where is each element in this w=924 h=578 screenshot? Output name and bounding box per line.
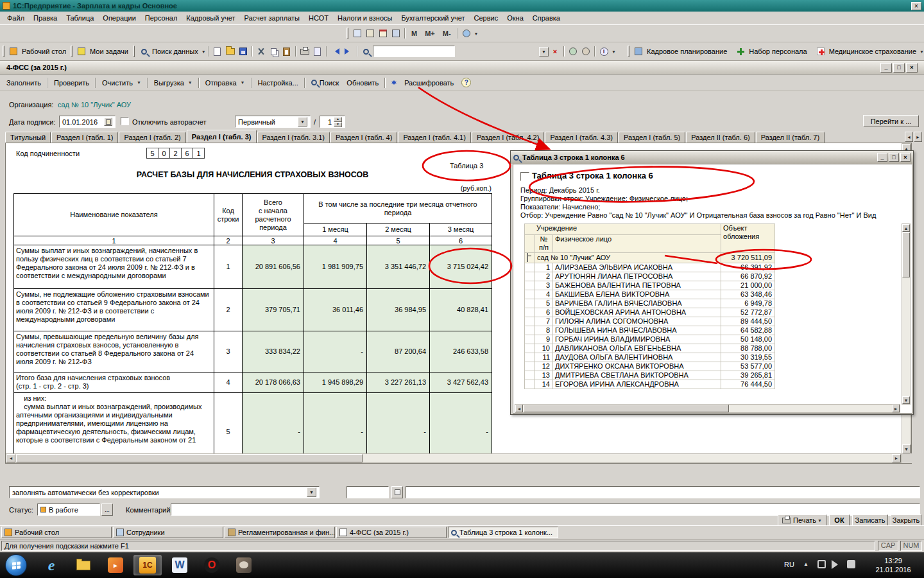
fill-button[interactable]: Заполнить <box>3 76 45 89</box>
row-month1-value[interactable]: 1 945 898,29 <box>304 372 367 393</box>
person-row[interactable]: 8 ГОЛЫШЕВА НИНА ВЯЧЕСЛАВОВНА 64 582,88 <box>525 326 775 335</box>
row-month1-value[interactable]: 36 011,46 <box>304 289 367 331</box>
person-value[interactable]: 39 265,81 <box>721 371 775 380</box>
code-digit-cell[interactable]: 1 <box>193 148 205 159</box>
search-dropdown-icon[interactable]: ▼ <box>539 47 549 57</box>
calendar-icon[interactable] <box>377 27 389 40</box>
memory-plus-button[interactable]: М+ <box>421 28 439 40</box>
window-close-button[interactable]: × <box>906 63 918 73</box>
clear-button[interactable]: Очистить▼ <box>98 76 145 89</box>
row-month3-value[interactable]: 40 828,41 <box>430 289 492 331</box>
popup-horizontal-scrollbar[interactable]: ◄ ► <box>515 404 900 413</box>
medical-insurance-button[interactable]: Медицинское страхование <box>827 48 918 55</box>
person-row[interactable]: 14 ЕГОРОВА ИРИНА АЛЕКСАНДРОВНА 76 444,50 <box>525 380 775 389</box>
calendar-icon[interactable] <box>104 118 112 126</box>
menu-item[interactable]: Кадровый учет <box>182 12 239 24</box>
popup-vertical-scrollbar[interactable]: ▲ ▼ <box>902 223 911 405</box>
popup-close-button[interactable]: × <box>900 153 911 162</box>
decode-button[interactable]: Расшифровать <box>400 76 458 89</box>
app-close-button[interactable]: × <box>911 2 921 10</box>
upload-button[interactable]: Выгрузка▼ <box>150 76 196 89</box>
menu-item[interactable]: Окна <box>502 12 528 24</box>
report-tab[interactable]: Раздел I (табл. 1) <box>51 132 118 143</box>
person-row[interactable]: 10 ДАВЛИКАНОВА ОЛЬГА ЕВГЕНЬЕВНА 88 788,0… <box>525 344 775 353</box>
chevron-down-icon[interactable]: ▼ <box>201 49 206 54</box>
ok-button[interactable]: ОК <box>829 514 850 526</box>
row-month3-value[interactable]: 3 427 562,43 <box>430 372 492 393</box>
person-row[interactable]: 5 ВАРИЧЕВА ГАЛИНА ВЯЧЕСЛАВОВНА 6 949,78 <box>525 299 775 308</box>
report-tab[interactable]: Раздел I (табл. 4.2) <box>472 132 545 143</box>
report-tab[interactable]: Раздел I (табл. 4.3) <box>545 132 618 143</box>
report-tab[interactable]: Раздел I (табл. 4) <box>330 132 397 143</box>
menu-item[interactable]: Сервис <box>470 12 503 24</box>
person-row[interactable]: 4 БАКШИЕВА ЕЛЕНА ВИКТОРОВНА 63 348,46 <box>525 290 775 299</box>
status-combo[interactable]: В работе <box>37 504 100 516</box>
taskbar-media-player-icon[interactable]: ► <box>101 555 130 575</box>
grid-picker-icon[interactable] <box>391 486 403 498</box>
taskbar-opera-icon[interactable]: O <box>198 555 226 575</box>
revision-stepper[interactable]: 1 ▲ ▼ <box>320 116 345 128</box>
scrollbar-thumb[interactable] <box>902 232 910 277</box>
sort-icon[interactable] <box>388 76 400 89</box>
hr-planning-button[interactable]: Кадровое планирование <box>645 48 729 55</box>
new-document-icon[interactable] <box>211 45 224 58</box>
code-digit-cell[interactable]: 5 <box>146 148 158 159</box>
person-value[interactable]: 76 444,50 <box>721 380 775 389</box>
person-row[interactable]: 6 ВОЙЦЕХОВСКАЯ АРИНА АНТОНОВНА 52 772,87 <box>525 308 775 317</box>
person-value[interactable]: 50 148,00 <box>721 335 775 344</box>
person-value[interactable]: 89 444,50 <box>721 317 775 326</box>
organization-value[interactable]: сад № 10 "Лучик" АОУ <box>58 101 131 109</box>
menu-item[interactable]: Файл <box>3 12 29 24</box>
row-month1-value[interactable]: - <box>304 331 367 372</box>
row-month3-value[interactable]: 246 633,58 <box>430 331 492 372</box>
toolbar-grip[interactable] <box>628 46 629 57</box>
goto-button[interactable]: Перейти к ... <box>863 115 919 127</box>
scrollbar-thumb[interactable] <box>524 405 729 412</box>
person-value[interactable]: 88 788,00 <box>721 344 775 353</box>
print-preview-icon[interactable] <box>311 45 324 58</box>
report-tab[interactable]: Раздел I (табл. 2) <box>119 132 185 143</box>
undo-icon[interactable] <box>329 45 342 58</box>
person-value[interactable]: 66 391,92 <box>721 263 775 272</box>
cut-icon[interactable] <box>255 45 268 58</box>
person-value[interactable]: 6 949,78 <box>721 299 775 308</box>
check-button[interactable]: Проверить <box>50 76 93 89</box>
report-tab[interactable]: Титульный <box>5 132 51 143</box>
grid-icon[interactable] <box>364 27 377 40</box>
save-icon[interactable] <box>237 45 250 58</box>
help-icon[interactable]: ? <box>461 78 471 87</box>
refresh-icon[interactable] <box>567 45 579 58</box>
person-value[interactable]: 53 577,00 <box>721 362 775 371</box>
person-row[interactable]: 1 АЛИРЗАЕВА ЭЛЬВИРА ИСАКОВНА 66 391,92 <box>525 263 775 272</box>
sheet-horizontal-scrollbar[interactable]: ◄ ► <box>6 453 902 463</box>
menu-item[interactable]: НСОТ <box>304 12 333 24</box>
group-total-value[interactable]: 3 720 511,09 <box>721 253 775 263</box>
person-value[interactable]: 64 582,88 <box>721 326 775 335</box>
paste-icon[interactable] <box>280 45 293 58</box>
menu-item[interactable]: Налоги и взносы <box>333 12 397 24</box>
report-tab[interactable]: Раздел I (табл. 3) <box>187 130 257 143</box>
taskbar-explorer-icon[interactable] <box>69 555 98 575</box>
desktop-button[interactable]: Рабочий стол <box>20 48 68 55</box>
row-month2-value[interactable]: 3 227 261,13 <box>367 372 430 393</box>
menu-item[interactable]: Правка <box>29 12 62 24</box>
person-row[interactable]: 13 ДМИТРИЕВА СВЕТЛАНА ВИКТОРОВНА 39 265,… <box>525 371 775 380</box>
person-row[interactable]: 12 ДИХТЯРЕНКО ОКСАНА ВИКТОРОВНА 53 577,0… <box>525 362 775 371</box>
scrollbar-thumb[interactable] <box>16 454 363 462</box>
status-more-button[interactable]: ... <box>101 504 113 516</box>
close-button[interactable]: Закрыть <box>891 514 921 526</box>
recruiting-button[interactable]: Набор персонала <box>747 48 809 55</box>
row-total-value[interactable]: 333 834,22 <box>243 331 304 372</box>
print-button[interactable]: Печать ▼ <box>778 514 826 526</box>
taskbar-ie-icon[interactable]: e <box>37 555 65 575</box>
my-tasks-button[interactable]: Мои задачи <box>88 48 130 55</box>
person-value[interactable]: 66 870,92 <box>721 272 775 281</box>
history-icon[interactable] <box>579 45 592 58</box>
person-row[interactable]: 9 ГОРБАЧ ИРИНА ВЛАДИМИРОВНА 50 148,00 <box>525 335 775 344</box>
toolbar-overflow-icon[interactable]: ▼ <box>474 31 479 36</box>
group-row[interactable]: сад № 10 "Лучик" АОУ 3 720 511,09 <box>525 253 775 263</box>
info-icon[interactable]: i <box>597 45 610 58</box>
row-month3-value[interactable]: 3 715 024,42 <box>430 245 492 289</box>
table-icon[interactable] <box>351 27 364 40</box>
menu-item[interactable]: Справка <box>528 12 565 24</box>
